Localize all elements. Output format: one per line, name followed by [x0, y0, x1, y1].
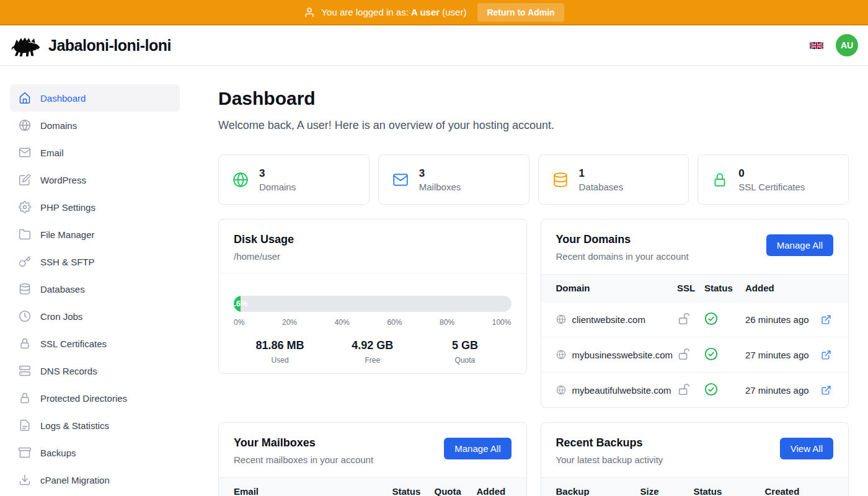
sidebar-item-logs-statistics[interactable]: Logs & Statistics: [10, 412, 180, 439]
stat-card-mailboxes: 3 Mailboxes: [378, 154, 529, 205]
domains-table-header: Domain SSL Status Added: [541, 274, 849, 301]
sidebar-item-ssl-certificates[interactable]: SSL Certificates: [10, 330, 180, 357]
mailboxes-table-header: Email Status Quota Added: [219, 477, 526, 496]
mail-icon: [19, 146, 31, 159]
impersonation-banner: You are logged in as: A user (user) Retu…: [0, 0, 868, 25]
check-circle-icon: [704, 312, 718, 326]
globe-icon: [556, 385, 566, 395]
sidebar-item-domains[interactable]: Domains: [10, 112, 180, 139]
banner-user-role: (user): [442, 7, 466, 17]
lock-icon: [712, 172, 728, 188]
file-text-icon: [19, 419, 31, 432]
lock-icon: [19, 337, 31, 350]
your-domains-card: Your Domains Recent domains in your acco…: [541, 219, 849, 408]
lock-icon: [19, 392, 31, 404]
banner-user-name: A user: [411, 7, 440, 17]
unlock-icon: [677, 312, 691, 326]
disk-usage-percent: 1.6%: [234, 296, 248, 312]
unlock-icon: [677, 347, 691, 361]
banner-prefix: You are logged in as:: [321, 7, 408, 17]
check-circle-icon: [704, 383, 718, 396]
disk-free: 4.92 GB Free: [326, 339, 418, 365]
open-domain-icon[interactable]: [821, 350, 833, 360]
gear-icon: [19, 201, 31, 213]
sidebar-item-ssh-sftp[interactable]: SSH & SFTP: [10, 248, 180, 275]
database-icon: [19, 283, 31, 295]
stat-value: 1: [579, 167, 624, 180]
disk-quota: 5 GB Quota: [418, 339, 511, 365]
globe-icon: [556, 350, 566, 360]
disk-usage-card: Disk Usage /home/user 1.6% 0% 20% 40% 60…: [218, 219, 527, 374]
sidebar-item-file-manager[interactable]: File Manager: [10, 221, 180, 248]
stat-value: 3: [259, 167, 296, 180]
stat-value: 0: [738, 167, 805, 180]
banner-message: You are logged in as: A user (user): [304, 7, 466, 18]
open-domain-icon[interactable]: [821, 314, 833, 325]
stat-label: Domains: [259, 182, 296, 192]
stat-card-databases: 1 Databases: [538, 154, 689, 205]
disk-usage-scale: 0% 20% 40% 60% 80% 100%: [234, 318, 512, 327]
clock-icon: [19, 310, 31, 322]
main-content: Dashboard Welcome back, A user! Here is …: [190, 66, 868, 496]
home-icon: [19, 92, 31, 104]
manage-all-mailboxes-button[interactable]: Manage All: [444, 438, 511, 459]
sidebar: Dashboard Domains Email WordPress PHP Se…: [0, 66, 190, 496]
sidebar-item-wordpress[interactable]: WordPress: [10, 166, 180, 193]
download-icon: [19, 474, 31, 486]
boar-icon: [10, 33, 41, 57]
view-all-backups-button[interactable]: View All: [780, 438, 833, 459]
return-to-admin-button[interactable]: Return to Admin: [477, 3, 564, 22]
disk-usage-path: /home/user: [234, 251, 512, 262]
stat-card-domains: 3 Domains: [218, 154, 370, 205]
sidebar-item-databases[interactable]: Databases: [10, 275, 180, 303]
database-icon: [552, 172, 569, 188]
sidebar-item-protected-directories[interactable]: Protected Directories: [10, 384, 180, 412]
sidebar-item-cron-jobs[interactable]: Cron Jobs: [10, 303, 180, 330]
globe-icon: [232, 172, 249, 188]
uk-flag-icon[interactable]: [810, 41, 823, 50]
sidebar-item-backups[interactable]: Backups: [10, 439, 180, 466]
page-subtitle: Welcome back, A user! Here is an overvie…: [218, 119, 849, 132]
globe-icon: [556, 314, 566, 324]
backups-subtitle: Your latest backup activity: [556, 454, 663, 465]
unlock-icon: [677, 383, 691, 396]
domain-row: mybusinesswebsite.com 27 minutes ago: [541, 337, 849, 372]
backups-title: Recent Backups: [556, 436, 663, 450]
folder-icon: [19, 228, 31, 241]
brand: Jabaloni-loni-loni: [10, 33, 171, 57]
disk-used: 81.86 MB Used: [234, 339, 326, 365]
stats-row: 3 Domains 3 Mailboxes 1 Databases 0 SSL …: [218, 154, 849, 205]
sidebar-item-dashboard[interactable]: Dashboard: [10, 84, 180, 112]
open-domain-icon[interactable]: [821, 385, 833, 396]
sidebar-item-php-settings[interactable]: PHP Settings: [10, 193, 180, 221]
sidebar-item-email[interactable]: Email: [10, 139, 180, 166]
globe-icon: [19, 119, 31, 131]
edit-icon: [19, 174, 31, 186]
key-icon: [19, 255, 31, 268]
stat-label: SSL Certificates: [738, 182, 805, 192]
stat-value: 3: [419, 167, 461, 180]
domains-title: Your Domains: [556, 233, 689, 246]
app-title: Jabaloni-loni-loni: [48, 37, 171, 55]
domains-subtitle: Recent domains in your account: [556, 251, 689, 262]
page-title: Dashboard: [218, 88, 849, 109]
mail-icon: [392, 172, 409, 188]
server-icon: [19, 365, 31, 377]
recent-backups-card: Recent Backups Your latest backup activi…: [541, 422, 849, 496]
stat-label: Databases: [579, 182, 624, 192]
disk-usage-title: Disk Usage: [234, 233, 512, 246]
avatar[interactable]: AU: [836, 34, 858, 56]
backups-table-header: Backup Size Status Created: [541, 477, 849, 496]
domain-row: mybeautifulwebsite.com 27 minutes ago: [541, 372, 849, 407]
sidebar-item-dns-records[interactable]: DNS Records: [10, 357, 180, 384]
domain-row: clientwebsite.com 26 minutes ago: [541, 301, 849, 337]
archive-icon: [19, 446, 31, 459]
sidebar-item-cpanel-migration[interactable]: cPanel Migration: [10, 466, 180, 494]
manage-all-domains-button[interactable]: Manage All: [766, 234, 833, 256]
disk-usage-progressbar: 1.6%: [234, 296, 512, 312]
your-mailboxes-card: Your Mailboxes Recent mailboxes in your …: [218, 422, 527, 496]
mailboxes-title: Your Mailboxes: [234, 436, 373, 450]
check-circle-icon: [704, 347, 718, 361]
user-icon: [304, 7, 315, 18]
app-header: Jabaloni-loni-loni AU: [0, 25, 868, 66]
